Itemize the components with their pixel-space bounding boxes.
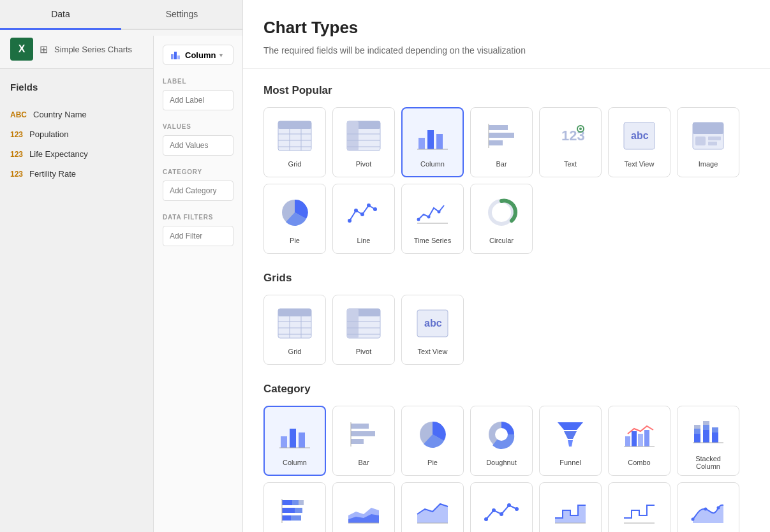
chart-item-circular[interactable]: Circular	[470, 184, 533, 254]
values-section-title: VALUES	[163, 123, 233, 130]
category-config-section: CATEGORY	[163, 168, 233, 201]
cat-pie-icon	[413, 415, 452, 454]
text-icon: 123	[551, 117, 589, 155]
field-name-life-expectancy: Life Expectancy	[29, 149, 88, 159]
label-input[interactable]	[163, 90, 233, 110]
svg-point-44	[490, 201, 513, 224]
chart-item-cat-stacked-bar[interactable]: Stacked Bar	[263, 482, 326, 532]
category-input[interactable]	[163, 181, 233, 201]
chart-item-text[interactable]: 123 Text	[539, 107, 602, 177]
fields-title: Fields	[10, 82, 38, 92]
chart-item-image[interactable]: Image	[677, 107, 739, 177]
pie-label: Pie	[290, 237, 300, 244]
svg-point-37	[360, 212, 364, 216]
chart-item-cat-spline-area[interactable]: Spline Area	[677, 482, 739, 532]
chart-item-cat-stacked-area[interactable]: Stacked Area	[332, 482, 395, 532]
chart-item-text-view[interactable]: abc Text View	[608, 107, 670, 177]
tab-settings[interactable]: Settings	[121, 0, 242, 29]
chart-item-cat-area[interactable]: Area	[401, 482, 464, 532]
chart-item-cat-step-area[interactable]: Step Area	[539, 482, 602, 532]
bar-label: Bar	[496, 160, 507, 168]
svg-rect-64	[351, 424, 369, 429]
svg-rect-85	[712, 432, 718, 443]
svg-rect-20	[489, 125, 508, 130]
svg-rect-79	[694, 434, 700, 443]
svg-point-102	[515, 507, 519, 511]
cat-stacked-column-icon	[689, 411, 727, 450]
column-chart-icon	[413, 117, 452, 155]
column-chart-label: Column	[420, 160, 445, 168]
text-view-label: Text View	[625, 160, 655, 168]
svg-rect-76	[638, 434, 643, 447]
most-popular-grid: Grid Pivot	[263, 107, 750, 254]
chart-item-pivot2[interactable]: Pivot	[332, 295, 395, 365]
image-label: Image	[699, 160, 718, 168]
chart-item-cat-column[interactable]: Column	[263, 406, 326, 476]
image-icon	[689, 117, 727, 155]
chart-item-cat-bar[interactable]: Bar	[332, 406, 395, 476]
time-series-icon	[413, 193, 452, 232]
svg-point-100	[500, 512, 503, 516]
category-title: Category	[263, 383, 750, 395]
chart-item-grid2[interactable]: Grid	[263, 295, 326, 365]
chart-item-bar[interactable]: Bar	[470, 107, 533, 177]
svg-point-36	[354, 209, 358, 212]
filters-input[interactable]	[163, 226, 233, 246]
breadcrumb-grid-icon: ⊞	[40, 43, 48, 55]
svg-rect-91	[282, 508, 295, 513]
column-selector[interactable]: Column ▾	[163, 45, 233, 65]
cat-area-icon	[413, 492, 452, 530]
label-config-section: LABEL	[163, 78, 233, 110]
svg-rect-66	[351, 439, 364, 444]
chart-item-cat-stacked-column[interactable]: Stacked Column	[677, 406, 739, 476]
field-name-fertility-rate: Fertility Rate	[29, 169, 76, 179]
svg-point-39	[373, 207, 377, 211]
excel-icon: X	[10, 38, 33, 61]
cat-funnel-label: Funnel	[559, 459, 581, 466]
field-name-population: Population	[29, 129, 68, 139]
svg-rect-0	[171, 54, 174, 59]
cat-bar-label: Bar	[358, 459, 369, 466]
svg-rect-62	[299, 432, 305, 448]
pivot-icon	[344, 117, 383, 155]
svg-point-107	[717, 506, 720, 510]
chart-item-text-view2[interactable]: abc Text View	[401, 295, 464, 365]
svg-point-70	[495, 428, 508, 441]
bar-icon	[482, 117, 521, 155]
text-view-icon: abc	[620, 117, 658, 155]
chart-item-time-series[interactable]: Time Series	[401, 184, 464, 254]
time-series-label: Time Series	[414, 237, 451, 244]
cat-funnel-icon	[551, 415, 589, 454]
tab-data[interactable]: Data	[0, 0, 121, 30]
chart-item-cat-funnel[interactable]: Funnel	[539, 406, 602, 476]
chart-item-pivot[interactable]: Pivot	[332, 107, 395, 177]
field-type-abc-1: ABC	[10, 110, 27, 119]
dropdown-chevron: ▾	[219, 52, 223, 59]
svg-rect-89	[292, 500, 299, 505]
config-panel: Column ▾ LABEL VALUES CATEGORY DATA FILT…	[153, 36, 242, 532]
cat-step-area-icon	[551, 492, 589, 530]
chart-item-cat-line[interactable]: Line	[470, 482, 533, 532]
svg-point-106	[704, 508, 707, 511]
breadcrumb-path: Simple Series Charts	[54, 45, 132, 54]
grids-grid: Grid Pivot	[263, 295, 750, 365]
svg-rect-22	[489, 140, 503, 145]
circular-icon	[482, 193, 521, 232]
svg-rect-93	[282, 515, 291, 521]
modal-header: Chart Types The required fields will be …	[243, 0, 770, 69]
pie-icon	[276, 193, 314, 232]
field-type-123-3: 123	[10, 170, 23, 179]
chart-item-column[interactable]: Column	[401, 107, 464, 177]
chart-item-line[interactable]: Line	[332, 184, 395, 254]
svg-marker-71	[558, 422, 583, 430]
cat-doughnut-icon	[482, 415, 521, 454]
chart-item-cat-pie[interactable]: Pie	[401, 406, 464, 476]
values-input[interactable]	[163, 135, 233, 156]
chart-item-cat-doughnut[interactable]: Doughnut	[470, 406, 533, 476]
chart-item-cat-step-line[interactable]: Step Line	[608, 482, 670, 532]
chart-item-grid[interactable]: Grid	[263, 107, 326, 177]
chart-item-pie[interactable]: Pie	[263, 184, 326, 254]
chart-item-cat-combo[interactable]: Combo	[608, 406, 670, 476]
svg-rect-80	[694, 429, 700, 434]
svg-rect-1	[174, 52, 177, 59]
